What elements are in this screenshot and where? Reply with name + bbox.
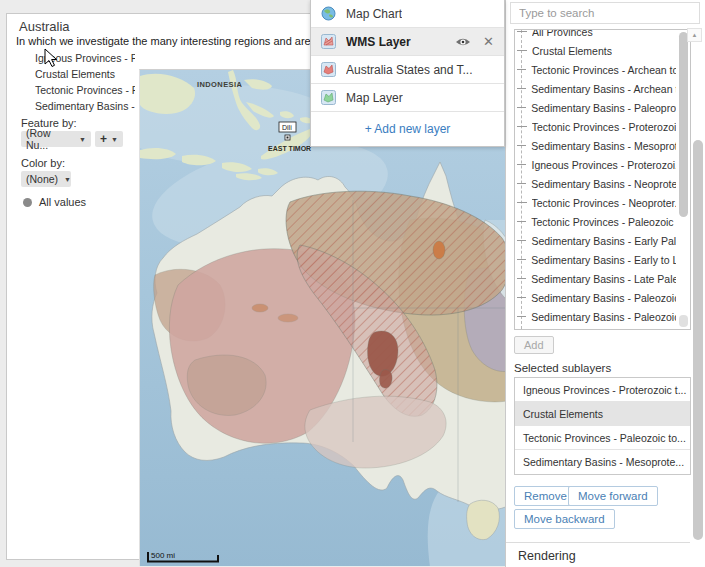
color-swatch bbox=[23, 198, 32, 207]
search-input[interactable] bbox=[510, 2, 700, 24]
selected-sublayer-item[interactable]: Tectonic Provinces - Paleozoic to... bbox=[515, 426, 690, 450]
layer-item-australia-states[interactable]: Australia States and T... bbox=[311, 56, 504, 84]
add-new-layer-link[interactable]: + Add new layer bbox=[365, 122, 451, 136]
sublayer-tree-item[interactable]: Tectonic Provinces - Neoproter... bbox=[515, 193, 676, 212]
tree-tick bbox=[517, 259, 526, 260]
tree-tick bbox=[517, 31, 527, 32]
indonesia-label: INDONESIA bbox=[197, 80, 242, 89]
close-icon[interactable]: ✕ bbox=[483, 35, 494, 48]
sublayer-tree: All Provinces Crustal Elements Tectonic … bbox=[515, 29, 676, 326]
wms-settings-panel: All Provinces Crustal Elements Tectonic … bbox=[505, 0, 705, 567]
tree-tick bbox=[517, 164, 526, 165]
layer-item-map-chart[interactable]: Map Chart bbox=[311, 0, 504, 28]
sublayer-tree-item[interactable]: Sedimentary Basins - Archean t... bbox=[515, 79, 676, 98]
sublayer-tree-item[interactable]: Sedimentary Basins - Mesoprot... bbox=[515, 136, 676, 155]
panel-scrollbar-thumb[interactable] bbox=[693, 140, 703, 540]
sublayer-tree-item[interactable]: Igneous Provinces - Proterozoi... bbox=[515, 155, 676, 174]
chevron-down-icon: ▼ bbox=[107, 136, 118, 143]
page-title: Australia bbox=[19, 19, 70, 34]
sublayer-tree-box: All Provinces Crustal Elements Tectonic … bbox=[514, 29, 691, 330]
mouse-cursor bbox=[44, 48, 58, 72]
layer-item-wms-layer[interactable]: WMS Layer ✕ bbox=[311, 28, 504, 56]
tree-tick bbox=[517, 240, 526, 241]
sublayer-tree-item[interactable]: Sedimentary Basins - Early to L... bbox=[515, 250, 676, 269]
legend-item: Sedimentary Basins - Meso bbox=[35, 98, 135, 114]
tree-tick bbox=[517, 221, 526, 222]
layers-popup: Map Chart WMS Layer ✕ bbox=[310, 0, 505, 147]
tree-tick bbox=[517, 297, 526, 298]
sublayer-tree-item[interactable]: Tectonic Provinces - Archean to... bbox=[515, 60, 676, 79]
sublayer-tree-item[interactable]: Crustal Elements bbox=[515, 41, 676, 60]
popup-footer: + Add new layer bbox=[311, 112, 504, 145]
sublayer-tree-item[interactable]: Sedimentary Basins - Paleoprot... bbox=[515, 98, 676, 117]
move-forward-button[interactable]: Move forward bbox=[568, 486, 658, 506]
globe-icon bbox=[321, 6, 336, 21]
sublayer-tree-item[interactable]: Tectonic Provinces - Proterozoic bbox=[515, 117, 676, 136]
selected-sublayer-item[interactable]: Igneous Provinces - Proterozoic t... bbox=[515, 378, 690, 402]
tree-tick bbox=[517, 278, 526, 279]
sublayer-tree-item[interactable]: Sedimentary Basins - Late Pale... bbox=[515, 269, 676, 288]
tree-tick bbox=[517, 50, 527, 51]
east-timor-label: EAST TIMOR bbox=[268, 145, 311, 152]
section-divider bbox=[506, 542, 690, 543]
tree-tick bbox=[517, 107, 526, 108]
plus-icon: + bbox=[100, 132, 107, 146]
selected-sublayer-item[interactable]: Crustal Elements bbox=[515, 402, 690, 426]
tree-tick bbox=[517, 69, 526, 70]
application-window: Australia In which we investigate the ma… bbox=[0, 0, 705, 567]
scale-label: 500 mi bbox=[151, 551, 175, 560]
tree-scrollbar-thumb[interactable] bbox=[679, 32, 688, 217]
tree-tick bbox=[517, 145, 526, 146]
dili-label: Dili bbox=[282, 124, 292, 131]
selected-sublayers-list: Igneous Provinces - Proterozoic t... Cru… bbox=[514, 377, 691, 475]
visualization-description: In which we investigate the many interes… bbox=[16, 35, 312, 47]
move-backward-button[interactable]: Move backward bbox=[514, 509, 615, 529]
tree-tick bbox=[517, 202, 527, 203]
tree-tick bbox=[517, 183, 526, 184]
color-by-label: Color by: bbox=[21, 157, 65, 169]
tree-tick bbox=[517, 316, 526, 317]
sublayer-tree-item[interactable]: Sedimentary Basins - Early Pal... bbox=[515, 231, 676, 250]
wms-layer-icon bbox=[321, 34, 336, 49]
panel-scrollbar-up-arrow[interactable]: ▲ bbox=[687, 28, 702, 42]
feature-layer-icon bbox=[321, 62, 336, 77]
tree-tick bbox=[517, 88, 526, 89]
tree-tick bbox=[517, 126, 527, 127]
visibility-eye-icon[interactable] bbox=[455, 37, 471, 47]
map-layer-icon bbox=[321, 90, 336, 105]
add-button[interactable]: Add bbox=[514, 336, 554, 354]
selected-sublayer-item[interactable]: Sedimentary Basins - Mesoprote... bbox=[515, 450, 690, 474]
sublayer-tree-item[interactable]: Sedimentary Basins - Neoprote... bbox=[515, 174, 676, 193]
chevron-down-icon: ▼ bbox=[73, 136, 86, 143]
color-by-dropdown[interactable]: (None) ▼ bbox=[21, 171, 71, 187]
feature-by-dropdown[interactable]: (Row Nu... ▼ bbox=[21, 131, 91, 147]
tree-scrollbar-end[interactable] bbox=[679, 315, 688, 327]
legend-item: Tectonic Provinces - Paleoz bbox=[35, 82, 135, 98]
sublayer-tree-item[interactable]: Tectonic Provinces - Paleozoic t... bbox=[515, 212, 676, 231]
chevron-down-icon: ▼ bbox=[58, 176, 71, 183]
color-legend-all-values: All values bbox=[23, 196, 86, 208]
selected-sublayers-label: Selected sublayers bbox=[514, 362, 611, 374]
sublayer-tree-item[interactable]: Sedimentary Basins - Paleozoic... bbox=[515, 288, 676, 307]
sublayer-tree-item[interactable]: All Provinces bbox=[515, 29, 676, 41]
sublayer-tree-item[interactable]: Sedimentary Basins - Paleozoic... bbox=[515, 307, 676, 326]
layer-item-map-layer[interactable]: Map Layer bbox=[311, 84, 504, 112]
add-axis-button[interactable]: + ▼ bbox=[95, 131, 123, 147]
rendering-section-header: Rendering bbox=[518, 549, 576, 563]
